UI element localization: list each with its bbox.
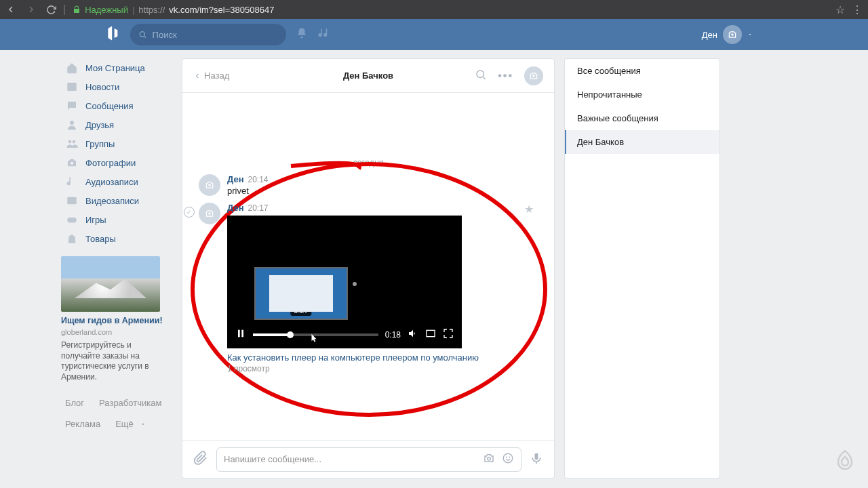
home-icon (65, 62, 79, 74)
svg-rect-2 (67, 83, 77, 91)
ad-image (61, 256, 160, 312)
star-icon[interactable]: ★ (524, 203, 534, 216)
date-separator: сегодня (199, 158, 538, 167)
footer-ads[interactable]: Реклама (61, 415, 104, 432)
video-time: 0:18 (385, 330, 401, 340)
bag-icon (65, 232, 79, 245)
svg-point-6 (71, 162, 74, 165)
watermark-icon (831, 449, 859, 479)
nav-friends[interactable]: Друзья (61, 115, 172, 134)
footer-blog[interactable]: Блог (61, 394, 88, 411)
emoji-icon[interactable] (502, 452, 514, 467)
chat-title[interactable]: Ден Бачков (343, 70, 393, 81)
volume-icon[interactable] (408, 328, 418, 342)
message-avatar[interactable] (199, 203, 220, 224)
chat-actions-icon[interactable]: ••• (498, 70, 513, 82)
chevron-left-icon (193, 72, 201, 80)
nav-messages[interactable]: Сообщения (61, 96, 172, 115)
nav-audio[interactable]: Аудиозаписи (61, 172, 172, 191)
video-title[interactable]: Как установить плеер на компьютере плеер… (227, 352, 538, 363)
chat-header: Назад Ден Бачков ••• (182, 59, 554, 93)
message-text: privet (227, 186, 538, 196)
message-input-wrap[interactable] (216, 447, 521, 472)
filter-active[interactable]: Ден Бачков (565, 130, 719, 154)
svg-point-12 (208, 184, 211, 186)
star-icon[interactable]: ☆ (835, 3, 845, 16)
attach-icon[interactable] (193, 451, 208, 468)
message-avatar[interactable] (199, 174, 220, 196)
chevron-down-icon (747, 32, 753, 37)
fullscreen-icon[interactable] (443, 328, 454, 342)
nav-video[interactable]: Видеозаписи (61, 191, 172, 210)
filter-unread[interactable]: Непрочитанные (565, 83, 719, 106)
people-icon (65, 138, 79, 150)
newspaper-icon (65, 81, 79, 93)
message-author[interactable]: Ден (227, 174, 244, 184)
nav-groups[interactable]: Группы (61, 134, 172, 153)
compose-bar (182, 440, 554, 478)
film-icon (65, 195, 79, 207)
svg-rect-15 (241, 330, 243, 338)
search-box[interactable] (130, 24, 286, 45)
left-nav: Моя Страница Новости Сообщения Друзья Гр… (61, 58, 172, 479)
message-author[interactable]: Ден (227, 203, 244, 213)
chat-peer-avatar[interactable] (524, 66, 543, 85)
message-input[interactable] (224, 454, 476, 464)
secure-label: Надежный (85, 5, 128, 15)
search-icon (138, 30, 147, 39)
message: Ден20:14 privet (199, 174, 538, 196)
browser-back-icon[interactable] (5, 4, 16, 15)
chat-search-icon[interactable] (475, 68, 487, 83)
video-progress[interactable] (253, 333, 378, 336)
video-controls: 0:18 (227, 321, 462, 348)
search-input[interactable] (153, 30, 278, 40)
pip-icon[interactable] (425, 328, 436, 342)
svg-rect-8 (67, 218, 77, 223)
video-views: 1 просмотр (227, 364, 538, 373)
svg-rect-16 (427, 330, 435, 336)
svg-point-5 (73, 140, 76, 144)
video-preview-thumb: 0:27 (254, 267, 348, 320)
ad-block[interactable]: Ищем гидов в Армении! globerland.com Рег… (61, 256, 172, 382)
address-bar[interactable]: Надежный | https://vk.com/im?sel=3805086… (73, 5, 274, 15)
lock-icon (73, 5, 81, 14)
nav-market[interactable]: Товары (61, 229, 172, 248)
svg-point-13 (208, 212, 211, 215)
vk-logo-icon[interactable] (102, 24, 121, 45)
music-icon[interactable] (317, 27, 330, 42)
user-menu[interactable]: Ден (702, 25, 753, 44)
message-time: 20:17 (248, 203, 269, 213)
browser-forward-icon[interactable] (26, 4, 37, 15)
thumb-time: 0:27 (290, 305, 311, 316)
footer-devs[interactable]: Разработчикам (95, 394, 165, 411)
svg-rect-21 (535, 453, 538, 460)
nav-photos[interactable]: Фотографии (61, 153, 172, 172)
chat-body: сегодня Ден20:14 privet ✓ ★ Ден20:17 0:2… (182, 93, 554, 440)
conversations-filter: Все сообщения Непрочитанные Важные сообщ… (564, 58, 720, 479)
filter-important[interactable]: Важные сообщения (565, 106, 719, 130)
message: ✓ ★ Ден20:17 0:27 (199, 203, 538, 373)
mic-icon[interactable] (530, 451, 543, 468)
svg-point-18 (503, 453, 513, 463)
chevron-down-icon (140, 422, 146, 427)
ad-domain: globerland.com (61, 328, 112, 336)
notifications-icon[interactable] (296, 27, 308, 42)
nav-my-page[interactable]: Моя Страница (61, 58, 172, 77)
back-button[interactable]: Назад (193, 70, 229, 81)
filter-all[interactable]: Все сообщения (565, 59, 719, 83)
gamepad-icon (65, 214, 79, 226)
nav-news[interactable]: Новости (61, 77, 172, 96)
svg-rect-14 (238, 330, 240, 338)
footer-more[interactable]: Ещё (111, 415, 150, 432)
svg-point-19 (506, 457, 507, 458)
camera-icon (65, 157, 79, 169)
video-attachment[interactable]: 0:27 0:18 (227, 216, 462, 348)
pause-icon[interactable] (235, 328, 246, 342)
ad-text: Регистрируйтесь и получайте заказы на ту… (61, 340, 172, 382)
message-time: 20:14 (248, 175, 269, 184)
browser-reload-icon[interactable] (46, 5, 56, 15)
check-icon: ✓ (184, 207, 195, 218)
photo-icon[interactable] (483, 452, 495, 467)
nav-games[interactable]: Игры (61, 210, 172, 229)
browser-menu-icon[interactable]: ⋮ (852, 3, 863, 16)
